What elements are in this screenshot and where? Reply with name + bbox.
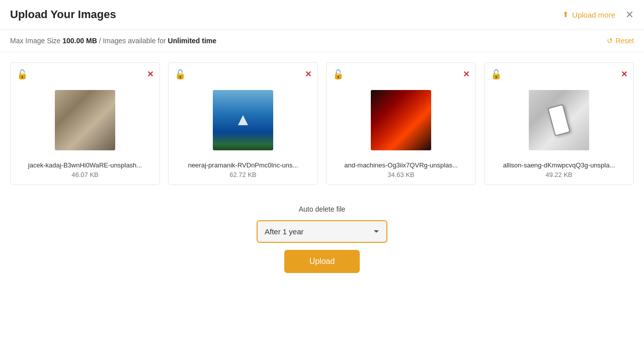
card-top-bar-4: 🔓 ✕ — [491, 69, 627, 80]
header-actions: ⬆ Upload more ✕ — [562, 10, 634, 20]
bottom-section: Auto delete file Never After 1 day After… — [0, 195, 644, 283]
filesize-1: 46.07 KB — [17, 171, 153, 178]
image-preview-4 — [491, 85, 627, 155]
lock-icon-3: 🔓 — [333, 69, 344, 80]
image-card-1: 🔓 ✕ jacek-kadaj-B3wnHi0WaRE-unsplash... … — [10, 62, 160, 185]
page-title: Upload Your Images — [10, 8, 116, 21]
info-bar: Max Image Size 100.00 MB / Images availa… — [0, 30, 644, 52]
upload-more-label: Upload more — [572, 11, 615, 19]
card-top-bar-1: 🔓 ✕ — [17, 69, 153, 80]
duration: Unlimited time — [168, 37, 216, 45]
auto-delete-label: Auto delete file — [299, 205, 346, 213]
filesize-2: 62.72 KB — [175, 171, 311, 178]
phone-decoration — [547, 104, 571, 136]
filesize-4: 49.22 KB — [491, 171, 627, 178]
image-preview-1 — [17, 85, 153, 155]
image-card-3: 🔓 ✕ and-machines-Og3iix7QVRg-unsplas... … — [326, 62, 476, 185]
remove-button-1[interactable]: ✕ — [147, 70, 153, 78]
remove-button-3[interactable]: ✕ — [463, 70, 469, 78]
filename-2: neeraj-pramanik-RVDnPmc0lnc-uns... — [175, 161, 311, 169]
thumbnail-4 — [529, 90, 589, 150]
boat-decoration — [238, 115, 248, 125]
max-size: 100.00 MB — [62, 37, 97, 45]
image-preview-3 — [333, 85, 469, 155]
upload-button[interactable]: Upload — [284, 250, 360, 273]
thumbnail-3 — [371, 90, 431, 150]
info-text: Max Image Size 100.00 MB / Images availa… — [10, 37, 216, 45]
reset-label: Reset — [615, 37, 634, 45]
card-top-bar-2: 🔓 ✕ — [175, 69, 311, 80]
reset-button[interactable]: ↺ Reset — [607, 37, 634, 45]
filename-1: jacek-kadaj-B3wnHi0WaRE-unsplash... — [17, 161, 153, 169]
image-card-2: 🔓 ✕ neeraj-pramanik-RVDnPmc0lnc-uns... 6… — [168, 62, 318, 185]
image-grid: 🔓 ✕ jacek-kadaj-B3wnHi0WaRE-unsplash... … — [0, 52, 644, 195]
auto-delete-select[interactable]: Never After 1 day After 1 week After 1 m… — [257, 220, 387, 243]
upload-more-button[interactable]: ⬆ Upload more — [562, 10, 615, 19]
remove-button-2[interactable]: ✕ — [305, 70, 311, 78]
close-button[interactable]: ✕ — [625, 10, 634, 20]
image-card-4: 🔓 ✕ allison-saeng-dKmwpcvqQ3g-unsplа... … — [484, 62, 634, 185]
remove-button-4[interactable]: ✕ — [621, 70, 627, 78]
lock-icon-2: 🔓 — [175, 69, 186, 80]
upload-icon: ⬆ — [562, 10, 569, 19]
image-preview-2 — [175, 85, 311, 155]
header: Upload Your Images ⬆ Upload more ✕ — [0, 0, 644, 30]
filesize-3: 34.63 KB — [333, 171, 469, 178]
reset-icon: ↺ — [607, 37, 613, 45]
lock-icon-4: 🔓 — [491, 69, 502, 80]
filename-4: allison-saeng-dKmwpcvqQ3g-unsplа... — [491, 161, 627, 169]
thumbnail-2 — [213, 90, 273, 150]
thumbnail-1 — [55, 90, 115, 150]
filename-3: and-machines-Og3iix7QVRg-unsplas... — [333, 161, 469, 169]
card-top-bar-3: 🔓 ✕ — [333, 69, 469, 80]
lock-icon-1: 🔓 — [17, 69, 28, 80]
